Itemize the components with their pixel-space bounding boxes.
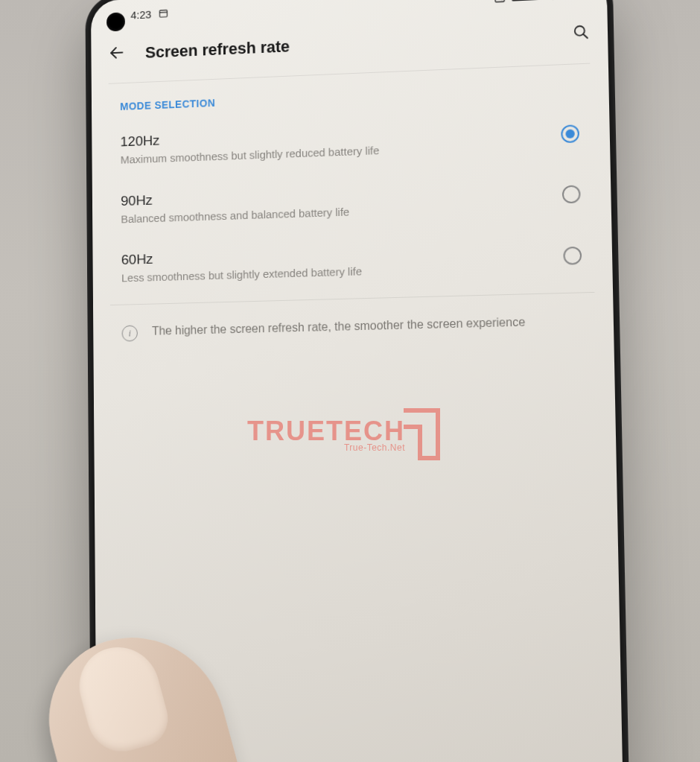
- option-list: 120Hz Maximum smoothness but slightly re…: [92, 102, 613, 299]
- svg-line-6: [111, 52, 122, 53]
- status-time: 4:23: [130, 7, 151, 21]
- calendar-icon: [159, 8, 169, 19]
- volte-badge: VoLTE: [512, 0, 540, 1]
- radio-icon: [563, 247, 582, 265]
- page-title: Screen refresh rate: [145, 25, 552, 63]
- radio-selected-icon: [561, 124, 579, 143]
- info-icon: i: [122, 325, 138, 341]
- info-row: i The higher the screen refresh rate, th…: [93, 298, 614, 355]
- search-button[interactable]: [573, 24, 590, 44]
- radio-icon: [562, 185, 581, 204]
- back-button[interactable]: [108, 44, 125, 65]
- svg-line-8: [583, 34, 588, 39]
- info-text: The higher the screen refresh rate, the …: [152, 314, 525, 339]
- nfc-icon: [494, 0, 506, 4]
- svg-rect-0: [160, 10, 168, 17]
- svg-rect-2: [495, 0, 504, 2]
